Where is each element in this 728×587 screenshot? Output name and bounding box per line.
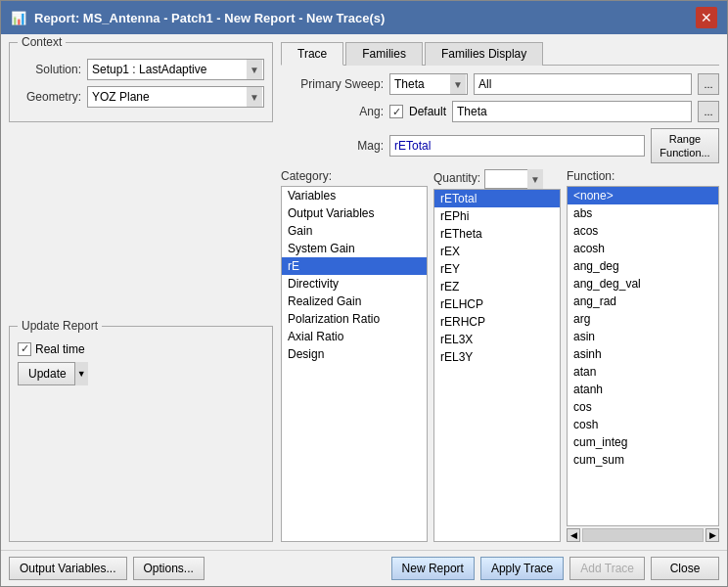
update-dropdown-arrow[interactable]: ▼: [74, 362, 88, 385]
context-label: Context: [18, 35, 66, 49]
options-button[interactable]: Options...: [133, 557, 205, 580]
quantity-item[interactable]: rEPhi: [434, 207, 560, 225]
function-item[interactable]: ang_deg_val: [568, 275, 718, 293]
solution-select[interactable]: Setup1 : LastAdaptive: [87, 59, 264, 80]
category-item[interactable]: Gain: [282, 222, 427, 240]
mag-row: Mag: Range Function...: [281, 128, 719, 163]
category-label: Category:: [281, 169, 428, 183]
ang-default-checkbox[interactable]: [389, 105, 403, 118]
update-report-label: Update Report: [18, 319, 102, 333]
quantity-item[interactable]: rEX: [434, 243, 560, 260]
function-item[interactable]: acos: [568, 222, 718, 240]
function-item[interactable]: ang_deg: [568, 257, 718, 275]
add-trace-button[interactable]: Add Trace: [569, 557, 645, 580]
title-icon: 📊: [11, 11, 26, 25]
function-item[interactable]: <none>: [568, 187, 718, 204]
function-item[interactable]: asin: [568, 328, 718, 345]
category-item[interactable]: Directivity: [282, 275, 427, 293]
function-item[interactable]: arg: [568, 310, 718, 328]
update-report-group: Update Report Real time Update ▼: [9, 326, 273, 543]
output-variables-button[interactable]: Output Variables...: [9, 557, 127, 580]
title-bar: 📊 Report: MS_Antenna - Patch1 - New Repo…: [1, 1, 727, 34]
close-button[interactable]: Close: [651, 557, 719, 580]
tab-families-display[interactable]: Families Display: [425, 42, 543, 66]
lists-area: Category: VariablesOutput VariablesGainS…: [281, 169, 719, 542]
category-item[interactable]: Output Variables: [282, 204, 427, 222]
geometry-label: Geometry:: [18, 90, 81, 104]
right-panel: Trace Families Families Display Primary …: [281, 42, 719, 542]
scroll-right-arrow[interactable]: ▶: [705, 528, 719, 542]
realtime-label: Real time: [35, 342, 85, 356]
dialog-window: 📊 Report: MS_Antenna - Patch1 - New Repo…: [0, 0, 728, 587]
category-item[interactable]: Axial Ratio: [282, 328, 427, 345]
quantity-item[interactable]: rETheta: [434, 225, 560, 243]
apply-trace-button[interactable]: Apply Trace: [480, 557, 564, 580]
quantity-label: Quantity:: [433, 171, 480, 185]
function-container: Function: <none>absacosacoshang_degang_d…: [567, 169, 719, 542]
category-listbox[interactable]: VariablesOutput VariablesGainSystem Gain…: [281, 186, 428, 542]
quantity-item[interactable]: rETotal: [434, 190, 560, 207]
ang-ellipsis-button[interactable]: ...: [698, 101, 719, 122]
range-function-button[interactable]: Range Function...: [651, 128, 719, 163]
mag-value-input[interactable]: [389, 135, 645, 157]
left-panel: Context Solution: Setup1 : LastAdaptive …: [9, 42, 273, 542]
primary-sweep-row: Primary Sweep: Theta ▼ ...: [281, 73, 719, 95]
mag-label: Mag:: [281, 139, 384, 153]
quantity-item[interactable]: rEY: [434, 260, 560, 278]
dialog-title: Report: MS_Antenna - Patch1 - New Report…: [34, 11, 385, 25]
function-item[interactable]: cosh: [568, 416, 718, 433]
geometry-select[interactable]: YOZ Plane: [87, 86, 264, 108]
footer: Output Variables... Options... New Repor…: [1, 550, 727, 586]
function-item[interactable]: cum_sum: [568, 451, 718, 469]
function-item[interactable]: ang_rad: [568, 293, 718, 310]
category-item[interactable]: rE: [282, 257, 427, 275]
quantity-container: Quantity: ▼ rETotalrEPhirEThetarEXrEYrEZ…: [433, 169, 561, 542]
category-item[interactable]: Polarization Ratio: [282, 310, 427, 328]
category-item[interactable]: Design: [282, 345, 427, 363]
function-item[interactable]: atan: [568, 363, 718, 381]
quantity-filter-select[interactable]: [484, 169, 543, 189]
trace-panel: Primary Sweep: Theta ▼ ... Ang: Default …: [281, 73, 719, 542]
function-item[interactable]: acosh: [568, 240, 718, 257]
primary-sweep-label: Primary Sweep:: [281, 77, 384, 91]
solution-label: Solution:: [18, 63, 81, 76]
primary-sweep-ellipsis-button[interactable]: ...: [698, 73, 719, 95]
category-item[interactable]: Variables: [282, 187, 427, 204]
function-item[interactable]: cos: [568, 398, 718, 416]
tabs-bar: Trace Families Families Display: [281, 42, 719, 66]
realtime-checkbox[interactable]: [18, 342, 31, 356]
function-item[interactable]: cum_integ: [568, 433, 718, 451]
ang-default-label: Default: [409, 105, 446, 118]
function-scrollbar: ◀ ▶: [567, 528, 719, 542]
scroll-track[interactable]: [582, 528, 704, 542]
scroll-left-arrow[interactable]: ◀: [567, 528, 580, 542]
primary-sweep-all-input[interactable]: [474, 73, 692, 95]
function-listbox[interactable]: <none>absacosacoshang_degang_deg_valang_…: [567, 186, 719, 526]
ang-label: Ang:: [281, 105, 384, 118]
new-report-button[interactable]: New Report: [391, 557, 475, 580]
function-item[interactable]: abs: [568, 204, 718, 222]
quantity-item[interactable]: rEL3Y: [434, 348, 560, 366]
function-item[interactable]: atanh: [568, 381, 718, 398]
category-item[interactable]: System Gain: [282, 240, 427, 257]
quantity-item[interactable]: rEZ: [434, 278, 560, 295]
function-label: Function:: [567, 169, 719, 183]
quantity-listbox[interactable]: rETotalrEPhirEThetarEXrEYrEZrELHCPrERHCP…: [433, 189, 561, 542]
quantity-item[interactable]: rERHCP: [434, 313, 560, 331]
ang-row: Ang: Default ...: [281, 101, 719, 122]
function-item[interactable]: asinh: [568, 345, 718, 363]
ang-value-input[interactable]: [452, 101, 692, 122]
tab-trace[interactable]: Trace: [281, 42, 343, 66]
quantity-item[interactable]: rELHCP: [434, 295, 560, 313]
quantity-item[interactable]: rEL3X: [434, 331, 560, 348]
tab-families[interactable]: Families: [345, 42, 423, 66]
primary-sweep-select[interactable]: Theta: [389, 73, 468, 95]
dialog-body: Context Solution: Setup1 : LastAdaptive …: [1, 34, 727, 550]
context-group: Context Solution: Setup1 : LastAdaptive …: [9, 42, 273, 122]
category-container: Category: VariablesOutput VariablesGainS…: [281, 169, 428, 542]
category-item[interactable]: Realized Gain: [282, 293, 427, 310]
close-window-button[interactable]: ✕: [696, 7, 717, 28]
